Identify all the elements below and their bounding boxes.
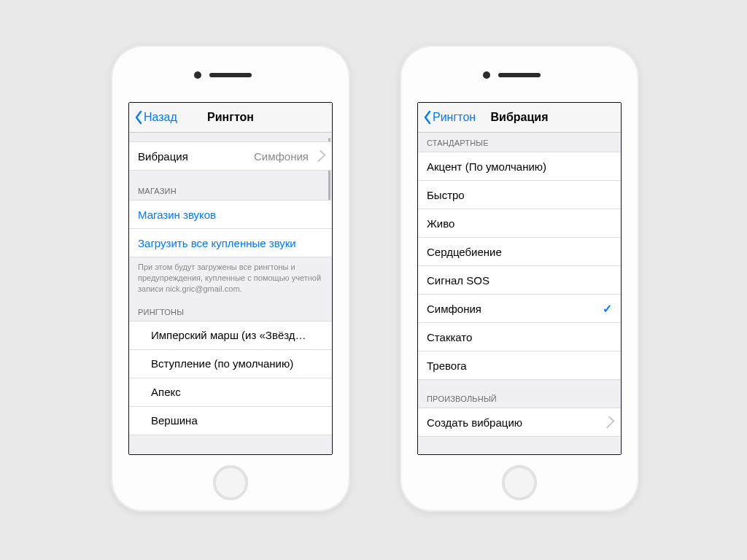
create-vibration-label: Создать вибрацию [427,416,522,429]
earpiece-speaker [498,73,541,77]
pattern-label: Стаккато [427,331,472,343]
store-header: МАГАЗИН [129,171,332,200]
pattern-label: Сердцебиение [427,246,502,258]
pattern-label: Сигнал SOS [427,274,489,287]
vibration-row[interactable]: Вибрация Симфония [129,141,332,171]
back-button[interactable]: Назад [129,110,177,125]
store-footer: При этом будут загружены все рингтоны и … [129,257,332,298]
content: СТАНДАРТНЫЕ Акцент (По умолчанию) Быстро… [418,133,621,454]
row-accessory [602,417,612,427]
standard-header: СТАНДАРТНЫЕ [418,133,621,152]
content: Вибрация Симфония МАГАЗИН Магазин звуков… [129,133,332,454]
pattern-label: Тревога [427,359,467,372]
screen-right: Рингтон Вибрация СТАНДАРТНЫЕ Акцент (По … [417,102,622,455]
vibration-label: Вибрация [138,150,188,163]
vibration-pattern-row[interactable]: Акцент (По умолчанию) [418,152,621,181]
chevron-right-icon [603,416,615,429]
ringtone-label: Вступление (по умолчанию) [151,357,293,370]
vibration-pattern-row[interactable]: Быстро [418,181,621,209]
spacer [129,133,332,141]
tone-store-row[interactable]: Магазин звуков [129,200,332,229]
pattern-label: Акцент (По умолчанию) [427,160,546,173]
vibration-value-text: Симфония [254,150,309,163]
pattern-label: Симфония [427,303,481,315]
vibration-pattern-row[interactable]: Тревога [418,351,621,380]
pattern-label: Живо [427,217,454,230]
home-button[interactable] [213,465,248,500]
ringtone-label: Вершина [151,414,198,427]
ringtones-header: РИНГТОНЫ [129,298,332,321]
vibration-pattern-row[interactable]: Живо [418,209,621,238]
tone-store-label: Магазин звуков [138,209,216,221]
pattern-label: Быстро [427,189,465,201]
vibration-pattern-row[interactable]: Симфония ✓ [418,295,621,323]
front-camera [194,71,201,79]
create-vibration-row[interactable]: Создать вибрацию [418,408,621,437]
ringtone-label: Апекс [151,386,181,398]
custom-header: ПРОИЗВОЛЬНЫЙ [418,380,621,408]
ringtone-row[interactable]: Имперский марш (из «Звёзд… [129,321,332,350]
stage: Назад Рингтон Вибрация Симфония МАГАЗИН … [0,0,747,560]
navbar: Назад Рингтон [129,103,332,133]
download-purchased-row[interactable]: Загрузить все купленные звуки [129,229,332,257]
ringtone-row[interactable]: Вступление (по умолчанию) [129,350,332,378]
download-purchased-label: Загрузить все купленные звуки [138,237,296,249]
vibration-pattern-row[interactable]: Сердцебиение [418,238,621,266]
phone-left: Назад Рингтон Вибрация Симфония МАГАЗИН … [111,45,350,512]
vibration-pattern-row[interactable]: Стаккато [418,323,621,351]
ringtone-row[interactable]: Вершина [129,407,332,435]
chevron-left-icon [422,110,433,125]
ringtone-row[interactable]: Апекс [129,378,332,407]
phone-right: Рингтон Вибрация СТАНДАРТНЫЕ Акцент (По … [400,45,639,512]
checkmark-icon: ✓ [603,302,612,316]
chevron-right-icon [314,150,326,163]
vibration-pattern-row[interactable]: Сигнал SOS [418,266,621,295]
front-camera [483,71,490,79]
navbar: Рингтон Вибрация [418,103,621,133]
chevron-left-icon [133,110,144,125]
ringtone-label: Имперский марш (из «Звёзд… [151,329,306,341]
back-label: Рингтон [433,111,476,124]
back-button[interactable]: Рингтон [418,110,476,125]
earpiece-speaker [209,73,252,77]
home-button[interactable] [502,465,537,500]
vibration-value: Симфония [254,150,323,163]
screen-left: Назад Рингтон Вибрация Симфония МАГАЗИН … [128,102,333,455]
back-label: Назад [144,111,177,124]
